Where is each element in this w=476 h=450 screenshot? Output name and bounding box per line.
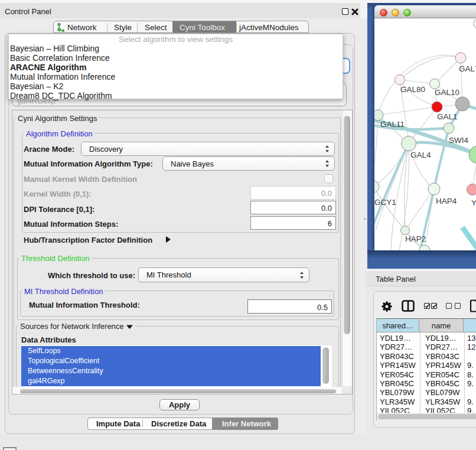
svg-text:HAP2: HAP2	[405, 234, 426, 243]
svg-text:GAL1: GAL1	[437, 112, 458, 121]
svg-text:GAL10: GAL10	[435, 88, 459, 97]
svg-text:GCY1: GCY1	[374, 198, 396, 207]
svg-text:GAL80: GAL80	[400, 85, 425, 94]
svg-text:GAL11: GAL11	[380, 120, 405, 129]
svg-text:GAL4: GAL4	[410, 151, 431, 159]
svg-text:Y: Y	[471, 198, 476, 207]
svg-text:SWI4: SWI4	[449, 136, 468, 145]
svg-text:GAL7: GAL7	[459, 64, 476, 73]
svg-text:HAP4: HAP4	[436, 197, 457, 206]
